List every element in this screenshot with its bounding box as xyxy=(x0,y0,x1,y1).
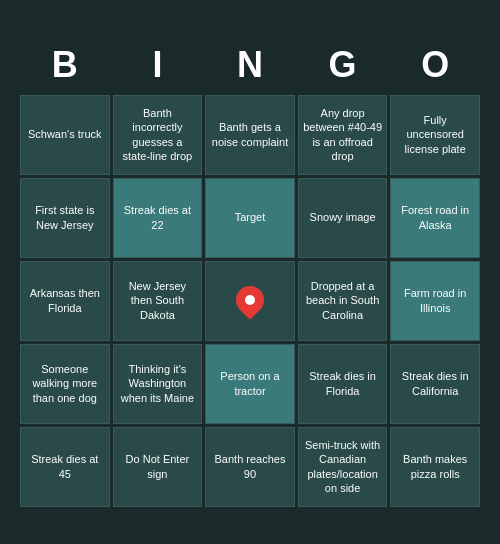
bingo-card: BINGO Schwan's truckBanth incorrectly gu… xyxy=(10,28,490,517)
bingo-cell-17[interactable]: Person on a tractor xyxy=(205,344,295,424)
bingo-cell-14[interactable]: Farm road in Illinois xyxy=(390,261,480,341)
bingo-cell-19[interactable]: Streak dies in California xyxy=(390,344,480,424)
bingo-cell-16[interactable]: Thinking it's Washington when its Maine xyxy=(113,344,203,424)
bingo-header: BINGO xyxy=(20,38,480,92)
bingo-cell-15[interactable]: Someone walking more than one dog xyxy=(20,344,110,424)
bingo-cell-5[interactable]: First state is New Jersey xyxy=(20,178,110,258)
bingo-grid: Schwan's truckBanth incorrectly guesses … xyxy=(20,95,480,507)
bingo-cell-13[interactable]: Dropped at a beach in South Carolina xyxy=(298,261,388,341)
bingo-letter-n: N xyxy=(205,38,295,92)
bingo-cell-20[interactable]: Streak dies at 45 xyxy=(20,427,110,507)
bingo-cell-0[interactable]: Schwan's truck xyxy=(20,95,110,175)
bingo-cell-21[interactable]: Do Not Enter sign xyxy=(113,427,203,507)
bingo-cell-9[interactable]: Forest road in Alaska xyxy=(390,178,480,258)
bingo-cell-10[interactable]: Arkansas then Florida xyxy=(20,261,110,341)
bingo-cell-8[interactable]: Snowy image xyxy=(298,178,388,258)
bingo-cell-4[interactable]: Fully uncensored license plate xyxy=(390,95,480,175)
bingo-cell-18[interactable]: Streak dies in Florida xyxy=(298,344,388,424)
bingo-cell-2[interactable]: Banth gets a noise complaint xyxy=(205,95,295,175)
bingo-cell-7[interactable]: Target xyxy=(205,178,295,258)
bingo-cell-24[interactable]: Banth makes pizza rolls xyxy=(390,427,480,507)
bingo-cell-22[interactable]: Banth reaches 90 xyxy=(205,427,295,507)
bingo-cell-23[interactable]: Semi-truck with Canadian plates/location… xyxy=(298,427,388,507)
location-pin-icon xyxy=(236,286,264,316)
bingo-cell-12[interactable] xyxy=(205,261,295,341)
bingo-letter-i: I xyxy=(113,38,203,92)
bingo-letter-o: O xyxy=(390,38,480,92)
bingo-letter-g: G xyxy=(298,38,388,92)
bingo-cell-6[interactable]: Streak dies at 22 xyxy=(113,178,203,258)
bingo-letter-b: B xyxy=(20,38,110,92)
bingo-cell-3[interactable]: Any drop between #40-49 is an offroad dr… xyxy=(298,95,388,175)
bingo-cell-11[interactable]: New Jersey then South Dakota xyxy=(113,261,203,341)
bingo-cell-1[interactable]: Banth incorrectly guesses a state-line d… xyxy=(113,95,203,175)
